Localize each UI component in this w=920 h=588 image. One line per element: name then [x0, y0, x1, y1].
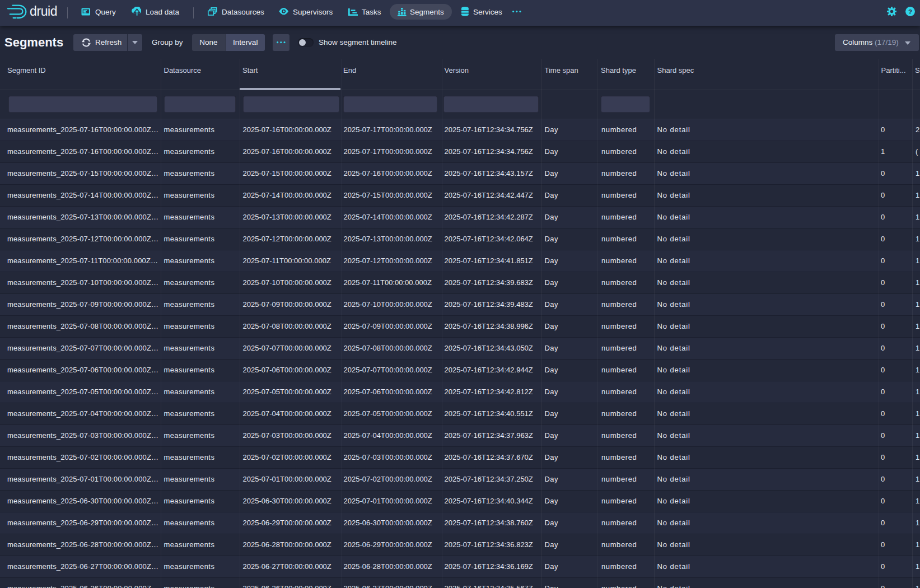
svg-text:?: ? [908, 8, 912, 15]
